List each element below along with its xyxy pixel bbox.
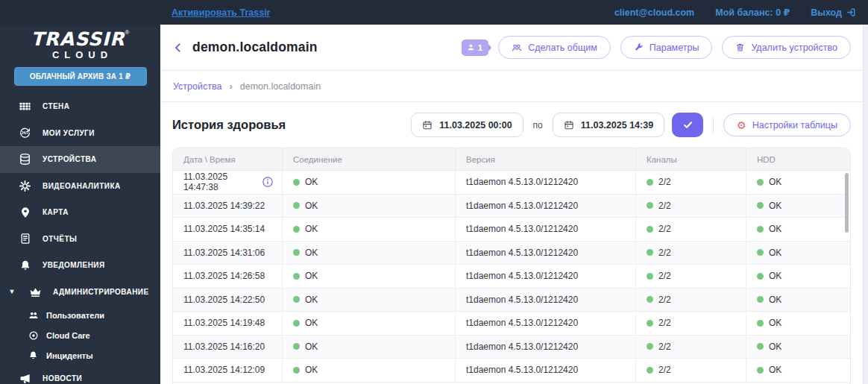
table-row[interactable]: 11.03.2025 14:19:48 OK t1daemon 4.5.13.0… — [173, 312, 850, 336]
table-row[interactable]: 11.03.2025 14:26:58 OK t1daemon 4.5.13.0… — [173, 265, 850, 289]
table-scrollbar-thumb[interactable] — [845, 173, 849, 233]
status-dot-green — [757, 273, 764, 280]
logo-subtitle: CLOUD — [0, 50, 160, 60]
cell-connection: OK — [283, 218, 456, 241]
table-settings-button[interactable]: ⚙ Настройки таблицы — [723, 113, 851, 136]
account-email-link[interactable]: client@cloud.com — [614, 7, 694, 18]
cell-datetime: 11.03.2025 14:12:09 — [173, 359, 283, 382]
cell-version: t1daemon 4.5.13.0/1212420 — [456, 218, 636, 241]
cell-datetime: 11.03.2025 14:39:22 — [173, 195, 283, 218]
sidebar-subitem-users[interactable]: Пользователи — [0, 305, 160, 325]
sidebar-item-video-analytics[interactable]: ВИДЕОАНАЛИТИКА — [0, 173, 160, 200]
cell-hdd: OK — [746, 312, 850, 335]
status-dot-green — [757, 249, 764, 256]
sidebar-item-label: ОТЧЁТЫ — [43, 235, 77, 243]
sidebar-item-wall[interactable]: СТЕНА — [0, 93, 160, 120]
sidebar-item-reports[interactable]: ОТЧЁТЫ — [0, 226, 160, 253]
sidebar-item-label: ВИДЕОАНАЛИТИКА — [43, 182, 121, 190]
cell-version: t1daemon 4.5.13.0/1212420 — [456, 195, 636, 218]
table-row[interactable]: 11.03.2025 14:16:20 OK t1daemon 4.5.13.0… — [173, 336, 850, 359]
breadcrumb-devices-link[interactable]: Устройства — [173, 81, 221, 92]
sidebar-item-devices[interactable]: УСТРОЙСТВА — [0, 146, 160, 173]
column-header-hdd[interactable]: HDD — [746, 148, 850, 170]
delete-device-button[interactable]: Удалить устройство — [722, 36, 851, 59]
status-dot-green — [293, 343, 300, 350]
status-dot-green — [647, 320, 653, 327]
administration-crown-icon — [28, 286, 43, 298]
back-button[interactable] — [172, 42, 184, 54]
main-content: demon.localdomain 1 Сделать общим — [160, 25, 863, 384]
sidebar-item-administration[interactable]: ▼ АДМИНИСТРИРОВАНИЕ — [0, 279, 160, 306]
cell-version: t1daemon 4.5.13.0/1212420 — [456, 359, 636, 382]
cell-hdd: OK — [746, 242, 850, 265]
cell-channels: 2/2 — [636, 289, 746, 312]
table-row[interactable]: 11.03.2025 14:22:50 OK t1daemon 4.5.13.0… — [173, 289, 850, 312]
cloud-archive-button[interactable]: ОБЛАЧНЫЙ АРХИВ ЗА 1 ₽ — [14, 67, 147, 86]
cell-connection: OK — [283, 336, 456, 359]
apply-filter-button[interactable] — [672, 113, 703, 137]
parameters-label: Параметры — [650, 43, 699, 53]
sidebar-item-label: СТЕНА — [43, 102, 69, 110]
column-header-connection[interactable]: Соединение — [283, 148, 456, 170]
table-header-row: Дата \ Время Соединение Версия Каналы HD… — [173, 148, 850, 171]
table-row[interactable]: 11.03.2025 14:35:14 OK t1daemon 4.5.13.0… — [173, 218, 850, 242]
cell-version: t1daemon 4.5.13.0/1212420 — [456, 336, 636, 359]
table-row[interactable]: 11.03.2025 14:39:22 OK t1daemon 4.5.13.0… — [173, 195, 850, 218]
cell-connection: OK — [283, 289, 456, 312]
status-dot-green — [647, 343, 653, 350]
cell-connection: OK — [283, 312, 456, 335]
chevron-down-icon: ▼ — [6, 288, 18, 295]
cell-connection: OK — [283, 195, 456, 218]
table-row[interactable]: 11.03.2025 14:47:38 OK t1daemon 4.5.13.0… — [173, 171, 850, 195]
cloud-care-icon — [28, 330, 39, 341]
sidebar-item-label: АДМИНИСТРИРОВАНИЕ — [53, 288, 149, 296]
sidebar-item-map[interactable]: КАРТА — [0, 199, 160, 226]
sidebar-item-label: НОВОСТИ — [43, 374, 82, 383]
sidebar-subitem-label: Cloud Care — [46, 331, 90, 340]
page-scrollbar[interactable] — [863, 25, 868, 384]
balance-link[interactable]: Мой баланс: 0 ₽ — [715, 7, 790, 18]
table-row[interactable]: 11.03.2025 14:31:06 OK t1daemon 4.5.13.0… — [173, 242, 850, 265]
status-dot-green — [647, 296, 653, 303]
logo-registered-mark: ® — [125, 29, 130, 36]
map-pin-icon — [18, 207, 32, 218]
logout-exit-icon — [846, 7, 856, 17]
cell-connection: OK — [283, 242, 456, 265]
cell-version: t1daemon 4.5.13.0/1212420 — [456, 242, 636, 265]
status-dot-green — [293, 226, 300, 233]
topbar-account-area: client@cloud.com Мой баланс: 0 ₽ Выход — [614, 7, 856, 18]
activate-trassir-link[interactable]: Активировать Trassir — [172, 7, 270, 18]
column-header-datetime[interactable]: Дата \ Время — [173, 148, 283, 170]
sidebar-subitem-cloud-care[interactable]: Cloud Care — [0, 325, 160, 345]
status-dot-green — [757, 179, 764, 186]
cell-datetime: 11.03.2025 14:19:48 — [173, 312, 283, 335]
info-icon[interactable] — [262, 176, 274, 188]
status-dot-green — [757, 367, 764, 374]
cell-channels: 2/2 — [636, 359, 746, 382]
health-history-header: История здоровья 11.03.2025 00:00 по 11.… — [160, 102, 863, 148]
make-shared-button[interactable]: Сделать общим — [498, 36, 611, 59]
cell-channels: 2/2 — [636, 336, 746, 359]
logout-link[interactable]: Выход — [811, 7, 856, 18]
sidebar-item-label: УВЕДОМЛЕНИЯ — [43, 261, 105, 269]
status-dot-green — [757, 320, 764, 327]
sidebar-item-notifications[interactable]: УВЕДОМЛЕНИЯ — [0, 252, 160, 279]
sidebar-subitem-incidents[interactable]: Инциденты — [0, 345, 160, 365]
table-row[interactable]: 11.03.2025 14:12:09 OK t1daemon 4.5.13.0… — [173, 359, 850, 383]
device-page-header: demon.localdomain 1 Сделать общим — [160, 25, 863, 71]
users-icon — [28, 310, 39, 321]
date-to-input[interactable]: 11.03.2025 14:39 — [553, 113, 664, 137]
parameters-button[interactable]: Параметры — [620, 36, 713, 59]
cell-hdd: OK — [746, 289, 850, 312]
sidebar-item-my-services[interactable]: 24/7 МОИ УСЛУГИ — [0, 120, 160, 147]
column-header-channels[interactable]: Каналы — [636, 148, 746, 170]
sidebar-item-label: КАРТА — [43, 208, 69, 216]
shared-users-count: 1 — [478, 43, 482, 52]
shared-users-badge[interactable]: 1 — [462, 40, 488, 56]
column-header-version[interactable]: Версия — [456, 148, 636, 170]
health-history-table: Дата \ Время Соединение Версия Каналы HD… — [172, 148, 851, 384]
breadcrumb-current: demon.localdomain — [240, 81, 321, 92]
sidebar-item-news[interactable]: НОВОСТИ — [0, 365, 160, 384]
status-dot-green — [647, 249, 653, 256]
date-from-input[interactable]: 11.03.2025 00:00 — [411, 113, 523, 137]
